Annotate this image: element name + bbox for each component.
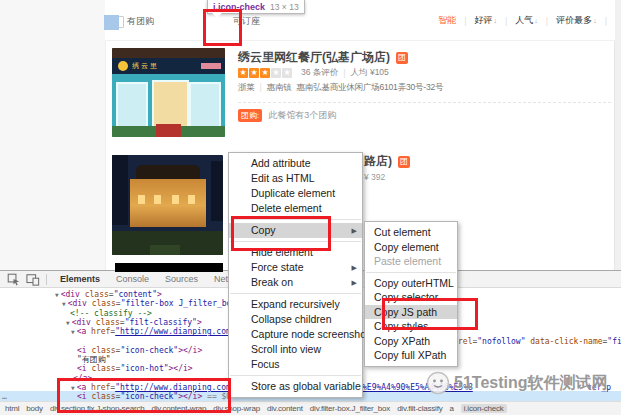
photo1-window-right [189,82,221,128]
menu-item-focus[interactable]: Focus [229,357,362,372]
tab-sources[interactable]: Sources [157,272,206,287]
sort-arrow-icon: ↓ [593,17,597,24]
breadcrumb-i-icon-check[interactable]: i.icon-check [461,404,507,413]
sort-item[interactable]: 好评↓ [474,14,497,27]
sort-item[interactable]: 智能 [438,14,456,27]
sort-arrow-icon: ↓ [493,17,497,24]
menu-item-force-state[interactable]: Force state▶ [229,260,362,275]
group-deal-badge: 团 [398,156,410,168]
menu-item-scroll-into-view[interactable]: Scroll into view [229,342,362,357]
breadcrumb-div-content[interactable]: div.content [267,404,303,413]
separator: | [260,82,262,94]
code-line[interactable]: <i class="icon-hot"></i> [77,364,193,373]
code-line[interactable]: <i class="icon-check"></i> [77,346,202,355]
group-buy-label[interactable]: 有团购 [127,15,154,28]
inspect-element-icon[interactable] [6,273,20,286]
restaurant-card-1: 绣云里 绣云里网红餐厅(弘基广场店)团 ★★★★★ 36 条评价 | 人均 ¥1… [105,48,615,148]
star-empty-icon: ★ [282,68,292,78]
photo1-door [152,80,189,130]
menu-item-duplicate-element[interactable]: Duplicate element [229,186,362,201]
breadcrumb-a[interactable]: a [449,404,453,413]
menu-item-expand-recursively[interactable]: Expand recursively [229,297,362,312]
tooltip-dimensions: 13 × 13 [270,2,299,12]
photo1-sign-band: 绣云里 [112,58,225,74]
photo2-tree-right [211,161,223,221]
tab-console[interactable]: Console [108,272,157,287]
star-filled-icon: ★ [238,68,248,78]
photo2-tree-left [112,155,128,225]
menu-separator [230,293,361,294]
code-line[interactable]: ▼<div class="filt-classify"> [66,318,202,327]
photo1-carpet [156,124,181,137]
menu-item-capture-node-screenshot[interactable]: Capture node screenshot [229,327,362,342]
menu-separator [230,375,361,376]
code-line[interactable]: ▼<div class="content"> [55,290,162,299]
review-count[interactable]: 36 条评价 [301,67,338,79]
menu-item-copy-full-xpath[interactable]: Copy full XPath [365,348,457,363]
restaurant-title[interactable]: 绣云里网红餐厅(弘基广场店)团 [238,49,408,66]
watermark: 51Testing软件测试网 [426,371,608,395]
annotation-box-code-line [57,378,231,413]
photo2-window [138,195,145,204]
screenshot-root: 有团购 可订座 智能|好评↓|人气↓|评价最多↓| 绣云里 绣云里网红餐厅(弘基 [0,0,621,415]
star-empty-icon: ★ [271,68,281,78]
code-line[interactable]: … [2,392,7,401]
restaurant-title-fragment[interactable]: 路店)团 [364,153,410,170]
submenu-arrow-icon: ▶ [352,260,357,275]
menu-item-copy-xpath[interactable]: Copy XPath [365,334,457,349]
district-link[interactable]: 惠南镇 [267,82,292,94]
menu-item-break-on[interactable]: Break on▶ [229,275,362,290]
sort-separator: | [464,16,466,26]
deal-row: 团购: 此餐馆有3个团购 [238,109,336,122]
sort-arrow-icon: ↓ [534,17,538,24]
breadcrumb-div-filter-box-j-filter-box[interactable]: div.filter-box.J_filter_box [310,404,390,413]
restaurant-photo-2[interactable] [112,155,223,255]
code-line[interactable]: "有团购" [77,355,111,364]
menu-item-edit-as-html[interactable]: Edit as HTML [229,171,362,186]
breadcrumb-div-filt-classify[interactable]: div.filt-classify [397,404,442,413]
sort-item[interactable]: 人气↓ [515,14,538,27]
restaurant-title-fragment-text[interactable]: 路店) [364,154,392,168]
photo2-window [154,195,161,204]
code-line[interactable]: ▼<div class="filter-box J_filter_box"> [62,299,246,308]
code-line[interactable]: rel="nofollow" data-click-name="filter_b [458,337,621,346]
photo1-tag [201,63,221,69]
code-line[interactable]: <!-- classify --> [70,309,152,318]
annotation-box-copy [231,216,331,251]
street-address: 惠南弘基商业休闲广场6101弄30号-32号 [297,82,444,94]
submenu-arrow-icon: ▶ [352,223,357,238]
menu-item-add-attribute[interactable]: Add attribute [229,156,362,171]
restaurant-photo-1[interactable]: 绣云里 [112,48,225,137]
menu-item-store-as-global-variable[interactable]: Store as global variable [229,379,362,394]
breadcrumb-html[interactable]: html [5,404,19,413]
photo2-window [172,195,179,204]
breadcrumb-body[interactable]: body [26,404,43,413]
deal-text[interactable]: 此餐馆有3个团购 [268,109,336,122]
restaurant-title-text[interactable]: 绣云里网红餐厅(弘基广场店) [238,50,390,64]
inspect-highlight-overlay [104,15,119,30]
sort-item[interactable]: 评价最多↓ [556,14,597,27]
menu-item-delete-element[interactable]: Delete element [229,201,362,216]
menu-item-copy-outerhtml[interactable]: Copy outerHTML [365,276,457,291]
photo2-window [188,195,195,204]
menu-item-copy-element[interactable]: Copy element [365,240,457,255]
submenu-arrow-icon: ▶ [352,275,357,290]
context-submenu: Cut elementCopy elementPaste elementCopy… [364,221,458,367]
device-toolbar-icon[interactable] [26,273,40,286]
tab-elements[interactable]: Elements [52,272,108,287]
page-scrollbar[interactable] [614,0,621,271]
deal-badge: 团购: [238,109,262,122]
dashed-divider [238,102,611,103]
group-deal-badge: 团 [396,52,408,64]
cuisine-link[interactable]: 浙菜 [238,82,255,94]
annotation-box-copy-js-path [382,298,478,330]
star-filled-icon: ★ [260,68,270,78]
photo1-sign-text: 绣云里 [132,61,159,71]
watermark-text: 51Testing软件测试网 [454,373,608,394]
menu-item-collapse-children[interactable]: Collapse children [229,312,362,327]
context-menu: Add attributeEdit as HTMLDuplicate eleme… [228,152,363,398]
menu-item-cut-element[interactable]: Cut element [365,225,457,240]
star-rating: ★★★★★ [238,68,292,78]
review-row: ★★★★★ 36 条评价 | 人均 ¥105 [238,67,389,79]
photo1-logo-icon [118,61,128,71]
